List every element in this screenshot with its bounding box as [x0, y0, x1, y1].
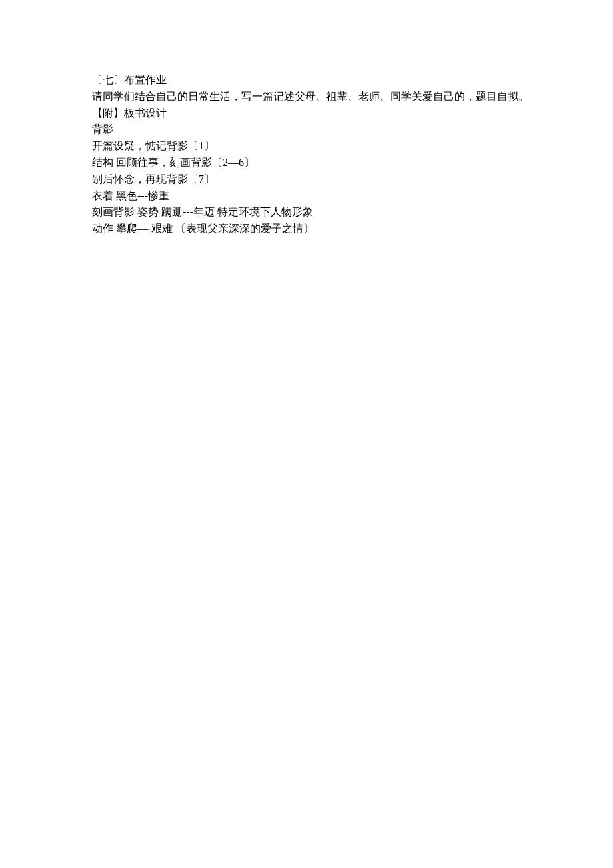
structure-line-3: 别后怀念，再现背影〔7〕 [92, 171, 560, 188]
appendix-board-design-heading: 【附】板书设计 [92, 105, 560, 122]
depiction-line-1: 衣着 黑色---惨重 [92, 188, 560, 205]
structure-line-2: 结构 回顾往事，刻画背影〔2—6〕 [92, 155, 560, 171]
depiction-line-3: 动作 攀爬—-艰难 〔表现父亲深深的爱子之情〕 [92, 221, 560, 237]
structure-line-1: 开篇设疑，惦记背影〔1〕 [92, 138, 560, 155]
homework-instruction: 请同学们结合自己的日常生活，写一篇记述父母、祖辈、老师、同学关爱自己的，题目自拟… [92, 89, 560, 105]
title-beiying: 背影 [92, 121, 560, 138]
section-heading-seven: 〔七〕布置作业 [92, 72, 560, 89]
depiction-line-2: 刻画背影 姿势 蹒跚---年迈 特定环境下人物形象 [92, 204, 560, 221]
